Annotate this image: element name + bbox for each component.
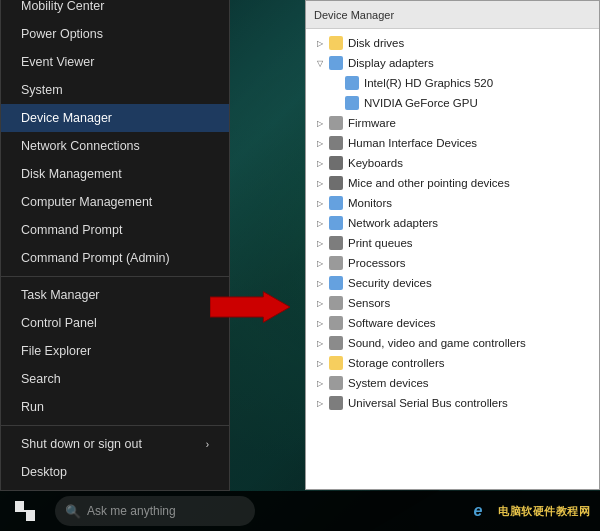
start-button[interactable]	[0, 491, 50, 531]
dm-item[interactable]: Intel(R) HD Graphics 520	[306, 73, 599, 93]
menu-item-computer-management[interactable]: Computer Management	[1, 188, 229, 216]
dm-expand-icon[interactable]: ▷	[314, 397, 326, 409]
dm-item[interactable]: ▷Human Interface Devices	[306, 133, 599, 153]
dm-item-icon	[328, 255, 344, 271]
dm-expand-icon[interactable]	[330, 97, 342, 109]
menu-item-mobility-center[interactable]: Mobility Center	[1, 0, 229, 20]
dm-item[interactable]: ▷Storage controllers	[306, 353, 599, 373]
dm-item[interactable]: ▷Firmware	[306, 113, 599, 133]
dm-expand-icon[interactable]: ▷	[314, 277, 326, 289]
dm-item[interactable]: NVIDIA GeForce GPU	[306, 93, 599, 113]
menu-item-task-manager[interactable]: Task Manager	[1, 281, 229, 309]
svg-rect-9	[329, 136, 343, 150]
menu-item-label: Task Manager	[21, 288, 100, 302]
dm-item-icon	[328, 275, 344, 291]
menu-item-label: Power Options	[21, 27, 103, 41]
dm-item[interactable]: ▷Software devices	[306, 313, 599, 333]
svg-rect-6	[345, 76, 359, 90]
dm-item-icon	[328, 35, 344, 51]
dm-expand-icon[interactable]: ▷	[314, 257, 326, 269]
menu-item-network-connections[interactable]: Network Connections	[1, 132, 229, 160]
svg-rect-5	[329, 56, 343, 70]
dm-item-icon	[328, 235, 344, 251]
svg-rect-15	[329, 256, 343, 270]
svg-rect-13	[329, 216, 343, 230]
menu-item-shut-down[interactable]: Shut down or sign out›	[1, 430, 229, 458]
dm-expand-icon[interactable]: ▷	[314, 157, 326, 169]
dm-expand-icon[interactable]: ▷	[314, 237, 326, 249]
dm-item[interactable]: ▷Sensors	[306, 293, 599, 313]
menu-item-event-viewer[interactable]: Event Viewer	[1, 48, 229, 76]
dm-item[interactable]: ▷Universal Serial Bus controllers	[306, 393, 599, 413]
menu-item-search[interactable]: Search	[1, 365, 229, 393]
menu-item-run[interactable]: Run	[1, 393, 229, 421]
dm-expand-icon[interactable]: ▷	[314, 37, 326, 49]
dm-item-icon	[328, 175, 344, 191]
menu-item-label: Disk Management	[21, 167, 122, 181]
dm-item-icon	[328, 55, 344, 71]
menu-item-command-prompt-admin[interactable]: Command Prompt (Admin)	[1, 244, 229, 272]
menu-item-label: Command Prompt (Admin)	[21, 251, 170, 265]
dm-item-label: Disk drives	[348, 37, 404, 49]
dm-expand-icon[interactable]: ▷	[314, 357, 326, 369]
dm-expand-icon[interactable]: ▷	[314, 297, 326, 309]
device-manager-content[interactable]: ▷Disk drives▽Display adapters Intel(R) H…	[306, 29, 599, 489]
dm-expand-icon[interactable]: ▽	[314, 57, 326, 69]
taskbar: 🔍 Ask me anything e 电脑软硬件教程网	[0, 491, 600, 531]
svg-rect-14	[329, 236, 343, 250]
menu-item-power-options[interactable]: Power Options	[1, 20, 229, 48]
dm-expand-icon[interactable]	[330, 77, 342, 89]
menu-item-desktop[interactable]: Desktop	[1, 458, 229, 486]
dm-expand-icon[interactable]: ▷	[314, 137, 326, 149]
dm-item-label: Universal Serial Bus controllers	[348, 397, 508, 409]
menu-item-label: Control Panel	[21, 316, 97, 330]
dm-item-icon	[328, 215, 344, 231]
dm-item-label: Storage controllers	[348, 357, 445, 369]
watermark-label: 电脑软硬件教程网	[498, 504, 590, 519]
dm-item[interactable]: ▷System devices	[306, 373, 599, 393]
svg-rect-7	[345, 96, 359, 110]
dm-expand-icon[interactable]: ▷	[314, 337, 326, 349]
menu-item-command-prompt[interactable]: Command Prompt	[1, 216, 229, 244]
context-menu: Programs and FeaturesMobility CenterPowe…	[0, 0, 230, 491]
svg-rect-4	[329, 36, 343, 50]
svg-rect-19	[329, 336, 343, 350]
menu-item-device-manager[interactable]: Device Manager	[1, 104, 229, 132]
menu-item-file-explorer[interactable]: File Explorer	[1, 337, 229, 365]
taskbar-search[interactable]: 🔍 Ask me anything	[55, 496, 255, 526]
dm-item[interactable]: ▷Processors	[306, 253, 599, 273]
dm-expand-icon[interactable]: ▷	[314, 217, 326, 229]
dm-expand-icon[interactable]: ▷	[314, 177, 326, 189]
dm-item-icon	[344, 95, 360, 111]
edge-icon[interactable]: e	[466, 499, 490, 523]
dm-item-label: System devices	[348, 377, 429, 389]
dm-expand-icon[interactable]: ▷	[314, 377, 326, 389]
dm-item[interactable]: ▷Disk drives	[306, 33, 599, 53]
dm-expand-icon[interactable]: ▷	[314, 317, 326, 329]
dm-item[interactable]: ▷Network adapters	[306, 213, 599, 233]
menu-item-label: Mobility Center	[21, 0, 104, 13]
dm-item[interactable]: ▷Monitors	[306, 193, 599, 213]
dm-item-label: Firmware	[348, 117, 396, 129]
dm-item[interactable]: ▷Mice and other pointing devices	[306, 173, 599, 193]
windows-icon	[15, 501, 35, 521]
dm-item[interactable]: ▽Display adapters	[306, 53, 599, 73]
dm-item[interactable]: ▷Security devices	[306, 273, 599, 293]
dm-item[interactable]: ▷Keyboards	[306, 153, 599, 173]
dm-expand-icon[interactable]: ▷	[314, 197, 326, 209]
menu-item-label: Shut down or sign out	[21, 437, 142, 451]
taskbar-right: e 电脑软硬件教程网	[466, 499, 600, 523]
dm-item-icon	[328, 355, 344, 371]
red-arrow	[210, 287, 290, 327]
dm-item-label: Display adapters	[348, 57, 434, 69]
menu-item-control-panel[interactable]: Control Panel	[1, 309, 229, 337]
dm-item[interactable]: ▷Sound, video and game controllers	[306, 333, 599, 353]
menu-item-label: Network Connections	[21, 139, 140, 153]
menu-item-system[interactable]: System	[1, 76, 229, 104]
dm-item-label: Mice and other pointing devices	[348, 177, 510, 189]
menu-item-label: Desktop	[21, 465, 67, 479]
dm-expand-icon[interactable]: ▷	[314, 117, 326, 129]
menu-item-disk-management[interactable]: Disk Management	[1, 160, 229, 188]
dm-item-label: Processors	[348, 257, 406, 269]
dm-item[interactable]: ▷Print queues	[306, 233, 599, 253]
